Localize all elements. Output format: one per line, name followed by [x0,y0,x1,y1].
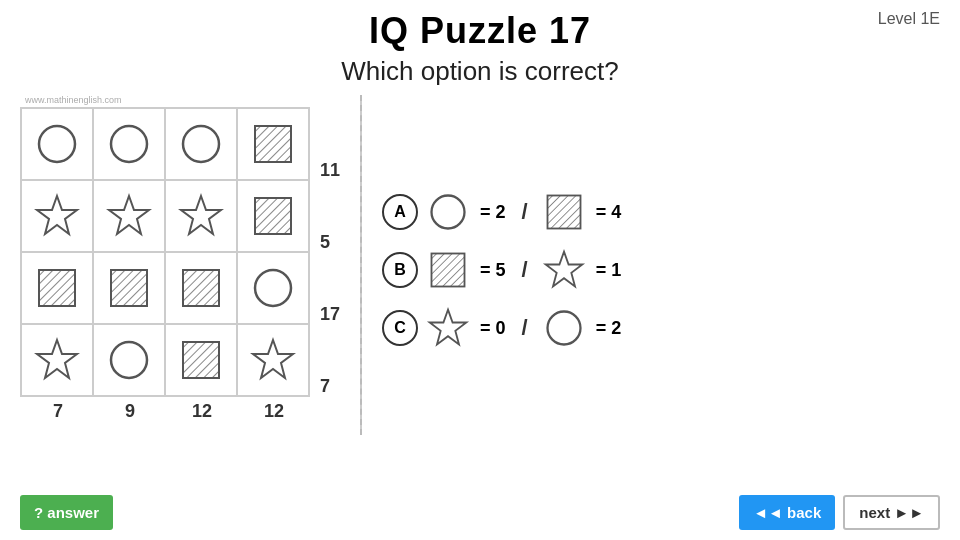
svg-marker-28 [430,310,467,345]
svg-point-16 [255,270,291,306]
level-badge: Level 1E [878,10,940,28]
svg-marker-5 [37,196,77,234]
option-a-val1: = 2 [480,202,506,223]
option-b-shape2 [542,248,586,292]
option-b-val1: = 5 [480,260,506,281]
back-button[interactable]: ◄◄ back [739,495,835,530]
col-sum-2: 12 [166,401,238,422]
col-sum-0: 7 [22,401,94,422]
svg-marker-6 [109,196,149,234]
grid-cell-0-2 [165,108,237,180]
grid-cell-1-1 [93,180,165,252]
grid-cell-1-3 [237,180,309,252]
grid-cell-2-2 [165,252,237,324]
option-a-shape1 [426,190,470,234]
svg-rect-26 [432,254,465,287]
svg-point-18 [111,342,147,378]
grid-cell-3-1 [93,324,165,396]
svg-point-22 [432,196,465,229]
svg-marker-21 [253,340,293,378]
svg-rect-15 [183,270,219,306]
svg-rect-4 [255,126,291,162]
svg-point-29 [547,312,580,345]
divider [360,95,362,435]
option-row-a: A = 2 / = 4 [382,190,940,234]
svg-rect-20 [183,342,219,378]
col-sums: 7 9 12 12 [22,401,310,422]
svg-point-0 [39,126,75,162]
option-a-slash: / [522,199,528,225]
answer-button[interactable]: ? answer [20,495,113,530]
grid-cell-0-0 [21,108,93,180]
option-c-shape2 [542,306,586,350]
next-button[interactable]: next ►► [843,495,940,530]
subtitle: Which option is correct? [0,56,960,87]
option-c-val1: = 0 [480,318,506,339]
grid-cell-1-2 [165,180,237,252]
bottom-bar: ? answer ◄◄ back next ►► [0,495,960,530]
svg-rect-13 [111,270,147,306]
option-b-val2: = 1 [596,260,622,281]
svg-marker-7 [181,196,221,234]
option-label-a: A [382,194,418,230]
option-row-b: B = 5 / = 1 [382,248,940,292]
row-sum-0: 11 [320,134,340,206]
option-a-shape2 [542,190,586,234]
header: IQ Puzzle 17 Level 1E [0,0,960,52]
watermark: www.mathinenglish.com [25,95,122,105]
grid-cell-2-1 [93,252,165,324]
option-c-slash: / [522,315,528,341]
grid-cell-0-1 [93,108,165,180]
option-a-val2: = 4 [596,202,622,223]
option-c-shape1 [426,306,470,350]
svg-rect-9 [255,198,291,234]
option-label-b: B [382,252,418,288]
svg-point-1 [111,126,147,162]
svg-marker-17 [37,340,77,378]
svg-rect-24 [547,196,580,229]
option-b-shape1 [426,248,470,292]
svg-rect-11 [39,270,75,306]
grid-cell-2-0 [21,252,93,324]
puzzle-grid [20,107,310,397]
grid-cell-3-0 [21,324,93,396]
col-sum-1: 9 [94,401,166,422]
svg-point-2 [183,126,219,162]
options-area: A = 2 / = 4 B = 5 / = 1 C = 0 [382,95,940,435]
col-sum-3: 12 [238,401,310,422]
grid-cell-2-3 [237,252,309,324]
option-row-c: C = 0 / = 2 [382,306,940,350]
row-sum-1: 5 [320,206,340,278]
main-content: www.mathinenglish.com [0,95,960,435]
page-title: IQ Puzzle 17 [369,10,591,52]
grid-cell-3-3 [237,324,309,396]
puzzle-area: www.mathinenglish.com [20,95,340,435]
row-sum-3: 7 [320,350,340,422]
option-c-val2: = 2 [596,318,622,339]
grid-cell-1-0 [21,180,93,252]
svg-marker-27 [545,252,582,287]
option-label-c: C [382,310,418,346]
row-sums: 11 5 17 7 [320,134,340,422]
grid-cell-3-2 [165,324,237,396]
option-b-slash: / [522,257,528,283]
grid-wrapper: 7 9 12 12 11 5 17 7 [20,107,340,422]
row-sum-2: 17 [320,278,340,350]
grid-cell-0-3 [237,108,309,180]
